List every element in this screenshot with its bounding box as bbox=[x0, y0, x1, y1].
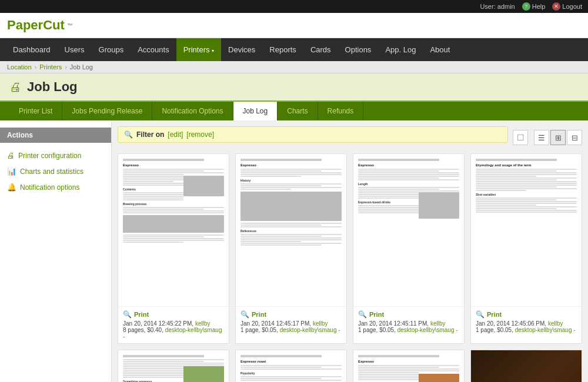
print-icon-2: 🔍 bbox=[240, 310, 249, 319]
thumb-meta-1: 🔍 Print Jan 20, 2014 12:45:22 PM, kellby… bbox=[118, 307, 229, 343]
tab-job-log[interactable]: Job Log bbox=[233, 102, 278, 120]
grid-view-button[interactable]: ⊞ bbox=[550, 130, 566, 145]
meta-details-1: 8 pages, $0.40, desktop-kellby\smaug - bbox=[123, 327, 224, 340]
printer-config-icon: 🖨 bbox=[7, 151, 15, 160]
nav-applog[interactable]: App. Log bbox=[378, 38, 423, 61]
tab-bar: Printer List Jobs Pending Release Notifi… bbox=[0, 102, 588, 120]
main-content: 🔍 Filter on [edit] [remove] ☐ ☰ ⊞ ⊟ Espr… bbox=[112, 120, 588, 382]
page-title: Job Log bbox=[27, 79, 78, 95]
header: PaperCut™ bbox=[0, 13, 588, 38]
meta-user-1[interactable]: kellby bbox=[195, 320, 211, 327]
thumb-card-3: Espresso Length bbox=[353, 153, 465, 344]
sidebar-printer-config[interactable]: 🖨 Printer configuration bbox=[0, 148, 111, 163]
meta-device-2[interactable]: desktop-kellby\smaug - bbox=[280, 327, 340, 333]
logo-text: PaperCut bbox=[7, 18, 65, 33]
user-label: User: admin bbox=[480, 3, 514, 10]
thumb-card-7: Espresso Contents bbox=[353, 350, 465, 382]
view-controls: ☐ ☰ ⊞ ⊟ bbox=[513, 130, 582, 145]
thumb-image-8: make it Mr Espresso Brewing The Perfect … bbox=[471, 350, 582, 382]
nav-groups[interactable]: Groups bbox=[92, 38, 131, 61]
tab-printer-list[interactable]: Printer List bbox=[9, 102, 62, 120]
thumbnail-grid: Espresso Contents bbox=[118, 153, 582, 382]
meta-date-3: Jan 20, 2014 12:45:11 PM, kellby bbox=[358, 320, 459, 327]
main-nav: Dashboard Users Groups Accounts Printers… bbox=[0, 38, 588, 61]
charts-icon: 📊 bbox=[7, 167, 16, 176]
help-button[interactable]: ? Help bbox=[522, 2, 546, 11]
thumb-image-5: Something espresso bbox=[118, 350, 229, 382]
sidebar-title: Actions bbox=[0, 128, 111, 143]
topbar: User: admin ? Help ✕ Logout bbox=[0, 0, 588, 13]
sidebar: Actions 🖨 Printer configuration 📊 Charts… bbox=[0, 120, 112, 382]
tab-notification-options[interactable]: Notification Options bbox=[152, 102, 233, 120]
meta-device-3[interactable]: desktop-kellby\smaug - bbox=[397, 327, 458, 333]
sidebar-charts-stats[interactable]: 📊 Charts and statistics bbox=[0, 163, 111, 179]
thumb-card-6: Espresso roast Popularity History bbox=[235, 350, 347, 382]
thumb-meta-3: 🔍 Print Jan 20, 2014 12:45:11 PM, kellby… bbox=[353, 307, 464, 337]
print-label-4: Print bbox=[487, 311, 502, 318]
meta-device-1[interactable]: desktop-kellby\smaug - bbox=[123, 327, 222, 340]
breadcrumb-joblog: Job Log bbox=[70, 63, 93, 71]
thumb-image-6: Espresso roast Popularity History bbox=[236, 350, 346, 382]
nav-options[interactable]: Options bbox=[338, 38, 379, 61]
content-area: Actions 🖨 Printer configuration 📊 Charts… bbox=[0, 120, 588, 382]
thumb-meta-4: 🔍 Print Jan 20, 2014 12:45:06 PM, kellby… bbox=[471, 307, 582, 337]
tab-charts[interactable]: Charts bbox=[278, 102, 318, 120]
meta-date-2: Jan 20, 2014 12:45:17 PM, kellby bbox=[240, 320, 342, 327]
logout-icon: ✕ bbox=[552, 2, 560, 11]
filter-remove-link[interactable]: [remove] bbox=[186, 130, 214, 139]
meta-date-1: Jan 20, 2014 12:45:22 PM, kellby bbox=[123, 320, 224, 327]
nav-accounts[interactable]: Accounts bbox=[131, 38, 176, 61]
breadcrumb-printers[interactable]: Printers bbox=[39, 63, 62, 71]
page-header: 🖨 Job Log bbox=[0, 73, 588, 102]
sidebar-notification-label: Notification options bbox=[20, 183, 79, 192]
thumb-meta-2: 🔍 Print Jan 20, 2014 12:45:17 PM, kellby… bbox=[236, 307, 346, 337]
coffee-bg bbox=[471, 350, 582, 382]
thumb-card-1: Espresso Contents bbox=[118, 153, 229, 344]
nav-about[interactable]: About bbox=[423, 38, 457, 61]
meta-date-4: Jan 20, 2014 12:45:06 PM, kellby bbox=[476, 320, 577, 327]
nav-cards[interactable]: Cards bbox=[303, 38, 338, 61]
breadcrumb-sep1: › bbox=[35, 63, 37, 71]
breadcrumb: Location › Printers › Job Log bbox=[0, 61, 588, 73]
meta-user-3[interactable]: kellby bbox=[430, 320, 446, 327]
notification-icon: 🔔 bbox=[7, 183, 16, 192]
printer-icon: 🖨 bbox=[9, 81, 21, 94]
thumb-image-2: Espresso History bbox=[236, 154, 346, 307]
meta-user-2[interactable]: kellby bbox=[313, 320, 328, 327]
print-label-2: Print bbox=[252, 311, 266, 318]
nav-printers[interactable]: Printers ▾ bbox=[176, 38, 221, 61]
tab-jobs-pending[interactable]: Jobs Pending Release bbox=[62, 102, 152, 120]
meta-details-3: 1 page, $0.05, desktop-kellby\smaug - bbox=[358, 327, 459, 333]
nav-dashboard[interactable]: Dashboard bbox=[6, 38, 58, 61]
nav-users[interactable]: Users bbox=[58, 38, 92, 61]
list-view-button[interactable]: ☰ bbox=[534, 130, 549, 145]
logout-button[interactable]: ✕ Logout bbox=[552, 2, 582, 11]
meta-user-4[interactable]: kellby bbox=[548, 320, 563, 327]
nav-devices[interactable]: Devices bbox=[221, 38, 262, 61]
filter-label: Filter on bbox=[136, 130, 164, 139]
tab-refunds[interactable]: Refunds bbox=[318, 102, 364, 120]
print-label-3: Print bbox=[369, 311, 384, 318]
thumb-image-1: Espresso Contents bbox=[118, 154, 229, 307]
breadcrumb-location[interactable]: Location bbox=[7, 63, 32, 71]
filter-edit-link[interactable]: [edit] bbox=[168, 130, 183, 139]
print-icon-4: 🔍 bbox=[476, 310, 485, 319]
thumb-card-4: Etymology and usage of the term bbox=[470, 153, 582, 344]
clear-button[interactable]: ☐ bbox=[513, 130, 528, 145]
thumb-image-7: Espresso Contents bbox=[353, 350, 464, 382]
meta-details-2: 1 page, $0.05, desktop-kellby\smaug - bbox=[240, 327, 342, 333]
filter-bar: 🔍 Filter on [edit] [remove] bbox=[118, 126, 508, 143]
filter-search-icon: 🔍 bbox=[124, 130, 133, 139]
tile-view-button[interactable]: ⊟ bbox=[567, 130, 582, 145]
meta-details-4: 1 page, $0.05, desktop-kellby\smaug - bbox=[476, 327, 577, 333]
help-icon: ? bbox=[522, 2, 530, 11]
logo-tm: ™ bbox=[67, 22, 73, 29]
nav-reports[interactable]: Reports bbox=[262, 38, 303, 61]
logo: PaperCut™ bbox=[7, 18, 73, 33]
print-icon-3: 🔍 bbox=[358, 310, 367, 319]
sidebar-notification[interactable]: 🔔 Notification options bbox=[0, 179, 111, 195]
breadcrumb-sep2: › bbox=[65, 63, 67, 71]
thumb-card-2: Espresso History bbox=[235, 153, 347, 344]
meta-device-4[interactable]: desktop-kellby\smaug - bbox=[515, 327, 576, 333]
print-label-1: Print bbox=[134, 311, 149, 318]
